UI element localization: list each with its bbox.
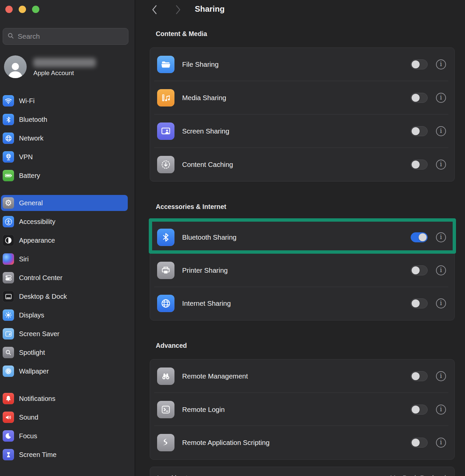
zoom-button[interactable] xyxy=(32,6,39,13)
account-label: Apple Account xyxy=(33,69,74,77)
bluetooth-sharing-toggle[interactable] xyxy=(411,232,428,242)
content-media-card: File Sharing i Media Sharing i Screen Sh… xyxy=(150,47,455,182)
file-sharing-folder-icon xyxy=(157,56,174,73)
gear-icon: ⚙︎ xyxy=(3,197,14,209)
bluetooth-sharing-icon xyxy=(157,229,174,246)
speaker-icon xyxy=(3,412,14,423)
sidebar-item-bluetooth[interactable]: Bluetooth xyxy=(1,111,128,128)
sidebar-item-label: General xyxy=(19,199,43,207)
remote-login-toggle[interactable] xyxy=(411,405,428,415)
row-media-sharing: Media Sharing i xyxy=(150,81,454,114)
sidebar-item-notifications[interactable]: Notifications xyxy=(1,391,128,407)
sidebar-item-screen-saver[interactable]: Screen Saver xyxy=(1,326,128,342)
row-label: Media Sharing xyxy=(182,94,226,102)
printer-sharing-toggle[interactable] xyxy=(411,265,428,275)
internet-sharing-globe-icon xyxy=(157,295,174,312)
info-button[interactable]: i xyxy=(436,438,446,448)
info-button[interactable]: i xyxy=(436,405,446,415)
media-sharing-icon xyxy=(157,89,174,106)
info-button[interactable]: i xyxy=(436,371,446,381)
sidebar-item-wallpaper[interactable]: Wallpaper xyxy=(1,363,128,379)
account-name-blurred xyxy=(33,58,96,67)
sidebar-items: Wi-Fi Bluetooth Network VPN Battery xyxy=(0,93,135,465)
displays-sun-icon xyxy=(3,309,14,321)
remote-login-terminal-icon xyxy=(157,401,174,418)
sidebar-item-label: Bluetooth xyxy=(19,116,47,124)
row-label: Remote Login xyxy=(182,406,225,414)
moon-icon xyxy=(3,430,14,442)
sidebar-item-label: Screen Time xyxy=(19,451,56,459)
control-center-icon xyxy=(3,272,14,283)
battery-icon xyxy=(3,170,14,181)
sidebar-item-appearance[interactable]: Appearance xyxy=(1,232,128,248)
info-button[interactable]: i xyxy=(436,126,446,136)
back-button[interactable] xyxy=(149,4,159,15)
system-settings-window: { "window": { "app": "System Settings" }… xyxy=(0,0,465,476)
row-label: Screen Sharing xyxy=(182,127,229,135)
sidebar-item-network[interactable]: Network xyxy=(1,130,128,146)
file-sharing-toggle[interactable] xyxy=(411,59,428,69)
sidebar-item-label: Desktop & Dock xyxy=(19,293,67,300)
row-label: Remote Application Scripting xyxy=(182,439,270,447)
accessories-internet-card: Bluetooth Sharing i Printer Sharing i In… xyxy=(150,220,455,320)
sidebar-item-label: Focus xyxy=(19,432,37,440)
search-field[interactable] xyxy=(3,28,128,45)
sidebar-item-label: Battery xyxy=(19,172,40,180)
info-button[interactable]: i xyxy=(436,93,446,103)
row-file-sharing: File Sharing i xyxy=(150,48,454,81)
info-button[interactable]: i xyxy=(436,298,446,308)
sidebar-item-label: Siri xyxy=(19,255,29,263)
sidebar-item-label: Network xyxy=(19,135,43,142)
desktop-dock-icon xyxy=(3,291,14,302)
apple-account[interactable]: Apple Account xyxy=(4,55,134,79)
bell-icon xyxy=(3,393,14,404)
sidebar-item-displays[interactable]: Displays xyxy=(1,307,128,323)
info-button[interactable]: i xyxy=(436,160,446,170)
info-button[interactable]: i xyxy=(436,232,446,242)
minimize-button[interactable] xyxy=(19,6,26,13)
content-caching-icon xyxy=(157,156,174,173)
search-icon xyxy=(7,32,14,41)
row-label: Printer Sharing xyxy=(182,266,228,274)
sidebar-item-desktop-dock[interactable]: Desktop & Dock xyxy=(1,288,128,304)
internet-sharing-toggle[interactable] xyxy=(411,298,428,308)
appearance-contrast-icon xyxy=(3,235,14,246)
search-input[interactable] xyxy=(18,32,124,40)
screen-sharing-toggle[interactable] xyxy=(411,126,428,136)
sidebar-item-wifi[interactable]: Wi-Fi xyxy=(1,93,128,109)
sidebar-item-vpn[interactable]: VPN xyxy=(1,149,128,165)
section-header-advanced: Advanced xyxy=(156,342,187,349)
sidebar-item-battery[interactable]: Battery xyxy=(1,168,128,184)
local-hostname-card: Local hostname MacBook-Pro.local xyxy=(150,467,455,476)
info-button[interactable]: i xyxy=(436,265,446,275)
remote-application-scripting-toggle[interactable] xyxy=(411,438,428,448)
row-internet-sharing: Internet Sharing i xyxy=(150,287,454,320)
sidebar-item-control-center[interactable]: Control Center xyxy=(1,270,128,286)
sidebar-item-accessibility[interactable]: Accessibility xyxy=(1,214,128,230)
section-header-content-media: Content & Media xyxy=(156,30,207,38)
sidebar-item-spotlight[interactable]: Spotlight xyxy=(1,344,128,361)
row-content-caching: Content Caching i xyxy=(150,148,454,181)
printer-sharing-icon xyxy=(157,262,174,279)
sidebar-item-siri[interactable]: Siri xyxy=(1,251,128,267)
siri-icon xyxy=(3,253,14,265)
sidebar-item-focus[interactable]: Focus xyxy=(1,428,128,444)
forward-button[interactable] xyxy=(173,4,183,15)
info-button[interactable]: i xyxy=(436,59,446,69)
sidebar-item-sound[interactable]: Sound xyxy=(1,409,128,425)
row-label: File Sharing xyxy=(182,60,218,68)
remote-management-toggle[interactable] xyxy=(411,371,428,381)
accessibility-icon xyxy=(3,216,14,227)
sidebar-item-label: Spotlight xyxy=(19,349,45,356)
row-remote-login: Remote Login i xyxy=(150,393,454,426)
row-remote-application-scripting: Remote Application Scripting i xyxy=(150,426,454,459)
media-sharing-toggle[interactable] xyxy=(411,93,428,103)
avatar xyxy=(4,55,27,78)
sidebar-item-screen-time[interactable]: Screen Time xyxy=(1,447,128,463)
content-caching-toggle[interactable] xyxy=(411,160,428,170)
close-button[interactable] xyxy=(5,6,13,13)
sidebar-item-label: Screen Saver xyxy=(19,330,59,338)
sidebar: Apple Account Wi-Fi Bluetooth Network xyxy=(0,0,135,476)
sidebar-item-general[interactable]: ⚙︎ General xyxy=(1,195,128,211)
row-label: Remote Management xyxy=(182,372,248,380)
